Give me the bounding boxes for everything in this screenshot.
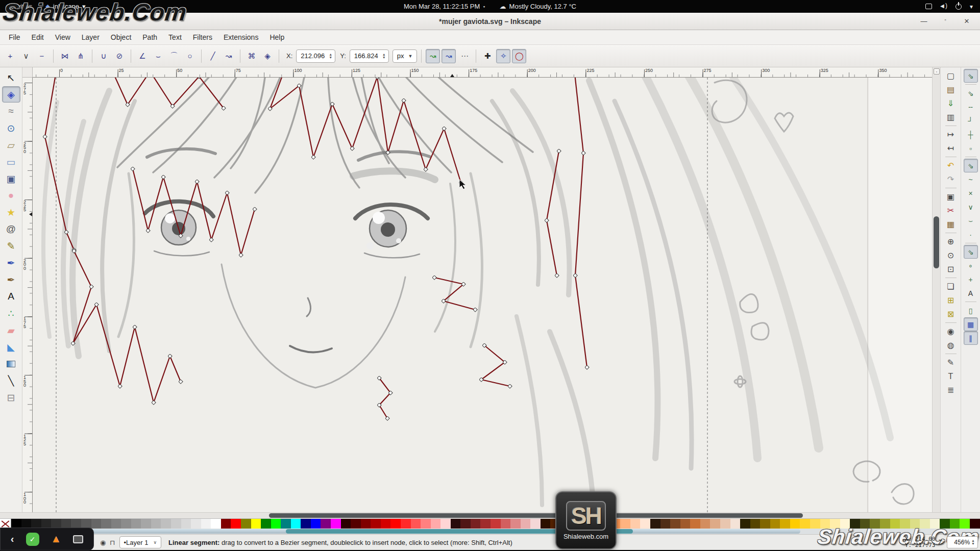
join-nodes-button[interactable]: ⋈ [58,49,72,63]
color-swatch-18[interactable] [191,519,201,529]
color-swatch-91[interactable] [920,519,930,529]
select-original-button[interactable]: ◉ [943,324,959,338]
layers-dialog-button[interactable]: ≣ [943,383,959,397]
snap-guides-toggle[interactable]: ∥ [964,331,978,345]
color-swatch-32[interactable] [331,519,341,529]
tweak-tool[interactable]: ≈ [2,103,20,119]
color-swatch-34[interactable] [351,519,361,529]
selector-tool[interactable]: ↖ [2,69,20,86]
color-swatch-9[interactable] [101,519,111,529]
color-swatch-24[interactable] [251,519,261,529]
curve-segment-button[interactable]: ↝ [222,49,236,63]
power-icon[interactable] [955,4,962,10]
color-swatch-81[interactable] [820,519,830,529]
x-coordinate-input[interactable]: 212.096 ▲▼ [296,49,335,63]
show-path-outline-toggle[interactable]: ◯ [512,49,526,63]
snap-text-baseline-toggle[interactable]: A [964,286,978,300]
color-swatch-37[interactable] [381,519,391,529]
break-nodes-button[interactable]: ⋔ [74,49,88,63]
color-swatch-33[interactable] [341,519,351,529]
close-button[interactable]: ✕ [963,17,971,25]
show-bezier-handles-toggle[interactable]: ✧ [496,49,510,63]
color-swatch-10[interactable] [111,519,121,529]
xml-editor-button[interactable]: ✎ [943,356,959,369]
auto-smooth-node-button[interactable]: ○ [183,49,197,63]
color-swatch-38[interactable] [390,519,401,529]
menu-layer[interactable]: Layer [77,32,104,43]
y-coordinate-input[interactable]: 166.824 ▲▼ [350,49,389,63]
eraser-tool[interactable]: ▰ [2,322,20,338]
color-swatch-94[interactable] [950,519,960,529]
snap-grids-toggle[interactable]: ▦ [964,317,978,331]
object-to-path-button[interactable]: ⌘ [244,49,259,63]
snap-bbox-centers-toggle[interactable]: ▫ [964,141,978,155]
color-swatch-47[interactable] [480,519,491,529]
color-swatch-82[interactable] [830,519,840,529]
color-swatch-68[interactable] [690,519,700,529]
calligraphy-tool[interactable]: ✒ [2,271,20,288]
layer-select[interactable]: •Layer 1 ∨ [119,536,162,548]
symmetric-node-button[interactable]: ⌒ [167,49,181,63]
menu-file[interactable]: File [4,32,25,43]
paint-bucket-tool[interactable]: ◣ [2,339,20,355]
spinner-arrows-icon[interactable]: ▲▼ [381,53,387,59]
spinner-arrows-icon[interactable]: ▲▼ [327,53,334,59]
window-switcher-icon[interactable] [925,4,932,9]
menu-text[interactable]: Text [164,32,186,43]
star-tool[interactable]: ★ [2,204,20,220]
measure-tool[interactable]: ▱ [2,137,20,153]
color-swatch-63[interactable] [640,519,650,529]
snap-smooth-nodes-toggle[interactable]: ⌣ [964,214,978,228]
zoom-drawing-button[interactable]: ⊙ [943,248,959,262]
color-swatch-89[interactable] [900,519,910,529]
gradient-tool[interactable] [2,356,20,372]
color-swatch-51[interactable] [521,519,531,529]
spray-tool[interactable]: ∴ [2,305,20,321]
unit-select[interactable]: px▼ [393,49,418,63]
color-swatch-73[interactable] [740,519,750,529]
save-document-button[interactable]: ⇓ [943,96,959,110]
color-swatch-45[interactable] [460,519,471,529]
color-swatch-28[interactable] [291,519,301,529]
color-swatch-88[interactable] [890,519,900,529]
color-swatch-84[interactable] [850,519,860,529]
color-swatch-86[interactable] [870,519,880,529]
color-swatch-52[interactable] [530,519,541,529]
smooth-node-button[interactable]: ⌣ [151,49,165,63]
vertical-ruler[interactable]: 275250225200175150125100 [22,78,33,512]
color-swatch-74[interactable] [750,519,761,529]
maximize-button[interactable]: ▫ [941,17,949,25]
open-document-button[interactable]: ▤ [943,83,959,96]
color-swatch-16[interactable] [171,519,181,529]
connector-tool[interactable]: ⊟ [2,389,20,406]
color-swatch-13[interactable] [141,519,151,529]
clock-button[interactable]: Mon Mar 28, 11:22:15 PM ● [404,3,485,10]
activities-button[interactable]: Activities [6,3,32,10]
color-swatch-48[interactable] [491,519,501,529]
color-swatch-80[interactable] [810,519,820,529]
color-swatch-61[interactable] [620,519,630,529]
box3d-tool[interactable]: ▣ [2,170,20,187]
layer-lock-icon[interactable]: ⊓ [110,539,115,546]
snap-path-intersections-toggle[interactable]: × [964,186,978,200]
snap-midpoints-toggle[interactable]: · [964,228,978,241]
stroke-to-path-button[interactable]: ◈ [260,49,275,63]
menu-filters[interactable]: Filters [188,32,217,43]
color-swatch-87[interactable] [880,519,890,529]
text-dialog-button[interactable]: T [943,369,959,383]
window-app-icon[interactable] [73,535,83,543]
redo-button[interactable]: ↷ [943,172,959,186]
color-swatch-49[interactable] [501,519,511,529]
color-swatch-21[interactable] [221,519,231,529]
corner-node-button[interactable]: ∠ [135,49,150,63]
back-chevron-icon[interactable]: ‹ [11,533,14,545]
system-menu-chevron-icon[interactable]: ▾ [970,3,973,10]
snap-others-toggle[interactable]: ⇘ [964,245,978,259]
snap-page-border-toggle[interactable]: ▯ [964,304,978,317]
menu-extensions[interactable]: Extensions [219,32,263,43]
canvas[interactable] [33,78,932,512]
color-swatch-69[interactable] [700,519,710,529]
color-swatch-78[interactable] [790,519,800,529]
import-button[interactable]: ↦ [943,128,959,141]
color-swatch-40[interactable] [411,519,421,529]
